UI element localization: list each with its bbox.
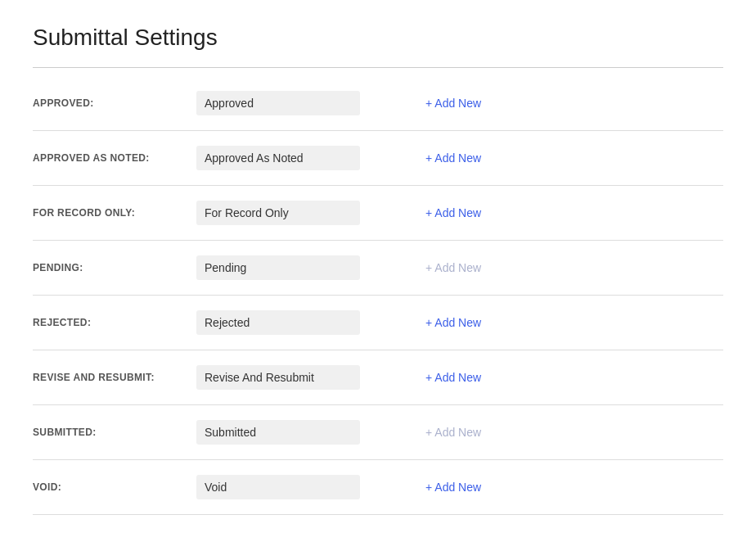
settings-row-rejected: REJECTED:+ Add New: [33, 296, 723, 350]
action-approved: + Add New: [425, 97, 507, 110]
label-pending: PENDING:: [33, 262, 196, 273]
settings-row-for-record-only: FOR RECORD ONLY:+ Add New: [33, 186, 723, 241]
top-divider: [33, 67, 723, 68]
label-submitted: SUBMITTED:: [33, 427, 196, 438]
add-new-button-void[interactable]: + Add New: [425, 481, 481, 494]
label-rejected: REJECTED:: [33, 317, 196, 328]
input-wrap-approved-as-noted: [196, 146, 360, 170]
settings-row-submitted: SUBMITTED:+ Add New: [33, 405, 723, 460]
label-void: VOID:: [33, 481, 196, 493]
action-revise-and-resubmit: + Add New: [425, 371, 507, 384]
add-new-button-revise-and-resubmit[interactable]: + Add New: [425, 371, 481, 384]
label-approved-as-noted: APPROVED AS NOTED:: [33, 152, 196, 164]
add-new-button-approved[interactable]: + Add New: [425, 97, 481, 110]
input-void[interactable]: [196, 475, 360, 499]
action-void: + Add New: [425, 481, 507, 494]
input-for-record-only[interactable]: [196, 201, 360, 225]
add-new-button-rejected[interactable]: + Add New: [425, 316, 481, 329]
action-pending: + Add New: [425, 261, 507, 274]
settings-row-approved-as-noted: APPROVED AS NOTED:+ Add New: [33, 131, 723, 186]
label-revise-and-resubmit: REVISE AND RESUBMIT:: [33, 372, 196, 383]
input-pending[interactable]: [196, 255, 360, 280]
settings-row-approved: APPROVED:+ Add New: [33, 76, 723, 131]
action-for-record-only: + Add New: [425, 206, 507, 219]
input-approved-as-noted[interactable]: [196, 146, 360, 170]
input-wrap-approved: [196, 91, 360, 115]
page-container: Submittal Settings APPROVED:+ Add NewAPP…: [0, 0, 756, 540]
action-approved-as-noted: + Add New: [425, 151, 507, 165]
input-wrap-revise-and-resubmit: [196, 365, 360, 390]
input-rejected[interactable]: [196, 310, 360, 335]
input-wrap-void: [196, 475, 360, 499]
label-for-record-only: FOR RECORD ONLY:: [33, 207, 196, 219]
input-approved[interactable]: [196, 91, 360, 115]
input-submitted[interactable]: [196, 420, 360, 445]
add-new-button-submitted: + Add New: [425, 426, 481, 439]
action-submitted: + Add New: [425, 426, 507, 439]
settings-row-void: VOID:+ Add New: [33, 460, 723, 515]
label-approved: APPROVED:: [33, 97, 196, 109]
input-revise-and-resubmit[interactable]: [196, 365, 360, 390]
action-rejected: + Add New: [425, 316, 507, 329]
settings-row-revise-and-resubmit: REVISE AND RESUBMIT:+ Add New: [33, 350, 723, 405]
settings-row-pending: PENDING:+ Add New: [33, 241, 723, 296]
input-wrap-for-record-only: [196, 201, 360, 225]
settings-rows: APPROVED:+ Add NewAPPROVED AS NOTED:+ Ad…: [33, 76, 723, 515]
add-new-button-pending: + Add New: [425, 261, 481, 274]
page-title: Submittal Settings: [33, 25, 723, 51]
input-wrap-submitted: [196, 420, 360, 445]
input-wrap-pending: [196, 255, 360, 280]
add-new-button-for-record-only[interactable]: + Add New: [425, 206, 481, 219]
input-wrap-rejected: [196, 310, 360, 335]
add-new-button-approved-as-noted[interactable]: + Add New: [425, 151, 481, 165]
